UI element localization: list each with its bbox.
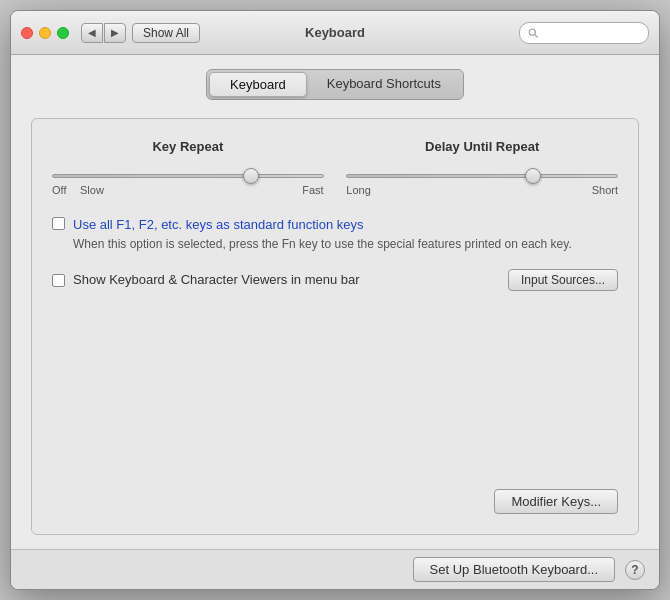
- help-button[interactable]: ?: [625, 560, 645, 580]
- delay-repeat-end-labels: Long Short: [346, 184, 618, 196]
- nav-buttons: ◀ ▶: [81, 23, 126, 43]
- function-keys-text: Use all F1, F2, etc. keys as standard fu…: [73, 216, 572, 253]
- content-area: Keyboard Keyboard Shortcuts Key Repeat O…: [11, 55, 659, 549]
- key-repeat-slider-wrapper: Off Slow Fast: [52, 166, 324, 184]
- tab-keyboard[interactable]: Keyboard: [209, 72, 307, 97]
- tab-bar: Keyboard Keyboard Shortcuts: [31, 69, 639, 100]
- window: ◀ ▶ Show All Keyboard Keyboard Keyboard …: [10, 10, 660, 590]
- key-repeat-label: Key Repeat: [152, 139, 223, 154]
- minimize-button[interactable]: [39, 27, 51, 39]
- delay-repeat-group: Delay Until Repeat Long Short: [346, 139, 618, 196]
- delay-repeat-slider-wrapper: Long Short: [346, 166, 618, 196]
- delay-repeat-label: Delay Until Repeat: [425, 139, 539, 154]
- tab-shortcuts[interactable]: Keyboard Shortcuts: [307, 72, 461, 97]
- tab-container: Keyboard Keyboard Shortcuts: [206, 69, 464, 100]
- key-repeat-slow-label: Slow: [80, 184, 104, 196]
- close-button[interactable]: [21, 27, 33, 39]
- search-icon: [528, 27, 538, 39]
- svg-line-1: [535, 34, 538, 37]
- bluetooth-keyboard-button[interactable]: Set Up Bluetooth Keyboard...: [413, 557, 615, 582]
- svg-point-0: [529, 29, 535, 35]
- show-all-button[interactable]: Show All: [132, 23, 200, 43]
- main-panel: Key Repeat Off Slow Fast Delay Until Rep…: [31, 118, 639, 535]
- bottom-area: Modifier Keys...: [52, 489, 618, 514]
- window-title: Keyboard: [305, 25, 365, 40]
- search-box[interactable]: [519, 22, 649, 44]
- maximize-button[interactable]: [57, 27, 69, 39]
- function-keys-sub-label: When this option is selected, press the …: [73, 236, 572, 253]
- key-repeat-slider[interactable]: [52, 174, 324, 178]
- delay-long-label: Long: [346, 184, 370, 196]
- footer: Set Up Bluetooth Keyboard... ?: [11, 549, 659, 589]
- search-input[interactable]: [542, 26, 640, 40]
- function-keys-row: Use all F1, F2, etc. keys as standard fu…: [52, 216, 618, 253]
- delay-short-label: Short: [592, 184, 618, 196]
- key-repeat-group: Key Repeat Off Slow Fast: [52, 139, 324, 196]
- sliders-row: Key Repeat Off Slow Fast Delay Until Rep…: [52, 139, 618, 196]
- titlebar: ◀ ▶ Show All Keyboard: [11, 11, 659, 55]
- forward-button[interactable]: ▶: [104, 23, 126, 43]
- key-repeat-fast-label: Fast: [302, 184, 323, 196]
- character-viewer-checkbox[interactable]: [52, 274, 65, 287]
- character-viewer-label: Show Keyboard & Character Viewers in men…: [73, 272, 498, 287]
- input-sources-button[interactable]: Input Sources...: [508, 269, 618, 291]
- back-button[interactable]: ◀: [81, 23, 103, 43]
- function-keys-main-label: Use all F1, F2, etc. keys as standard fu…: [73, 216, 572, 234]
- character-viewer-row: Show Keyboard & Character Viewers in men…: [52, 269, 618, 291]
- modifier-keys-button[interactable]: Modifier Keys...: [494, 489, 618, 514]
- delay-repeat-slider[interactable]: [346, 174, 618, 178]
- function-keys-checkbox[interactable]: [52, 217, 65, 230]
- key-repeat-off-label: Off: [52, 184, 66, 196]
- traffic-lights: [21, 27, 69, 39]
